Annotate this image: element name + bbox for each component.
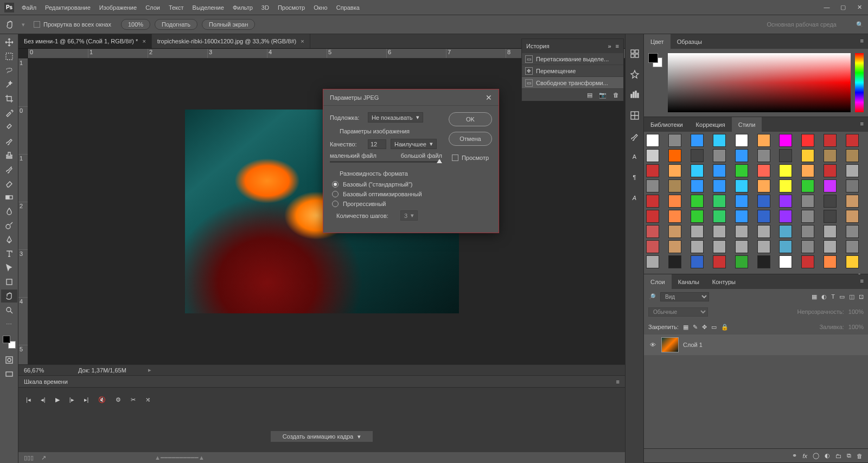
style-swatch[interactable] (668, 164, 681, 177)
style-swatch[interactable] (713, 179, 726, 192)
style-swatch[interactable] (779, 164, 792, 177)
style-swatch[interactable] (691, 210, 704, 223)
visibility-icon[interactable]: 👁 (648, 342, 657, 348)
opacity-value[interactable]: 100% (848, 308, 864, 315)
history-brush-tool[interactable] (1, 163, 17, 176)
style-swatch[interactable] (668, 134, 681, 147)
zoom-tool[interactable] (1, 304, 17, 317)
pen-tool[interactable] (1, 233, 17, 246)
style-swatch[interactable] (713, 225, 726, 238)
style-swatch[interactable] (779, 149, 792, 162)
style-swatch[interactable] (779, 240, 792, 253)
style-swatch[interactable] (824, 134, 837, 147)
style-swatch[interactable] (801, 134, 814, 147)
style-swatch[interactable] (801, 149, 814, 162)
filter-smart-icon[interactable]: ◫ (849, 293, 854, 300)
new-doc-icon[interactable]: ▤ (587, 92, 592, 99)
panel-menu-icon[interactable]: ≡ (856, 117, 868, 132)
style-swatch[interactable] (668, 225, 681, 238)
fit-button[interactable]: Подогнать (155, 19, 197, 30)
stamp-tool[interactable] (1, 149, 17, 162)
workspace-selector[interactable]: Основная рабочая среда (767, 21, 837, 28)
tab-libraries[interactable]: Библиотеки (644, 117, 690, 132)
history-item[interactable]: ✥Перемещение (522, 65, 623, 77)
style-swatch[interactable] (801, 195, 814, 208)
style-swatch[interactable] (668, 255, 681, 268)
style-swatch[interactable] (801, 225, 814, 238)
doc-tab-1[interactable]: Без имени-1 @ 66,7% (Слой 1, RGB/8#) *× (18, 34, 152, 48)
menu-text[interactable]: Текст (169, 4, 184, 11)
style-swatch[interactable] (824, 149, 837, 162)
path-select-tool[interactable] (1, 261, 17, 274)
style-swatch[interactable] (713, 240, 726, 253)
style-swatch[interactable] (824, 225, 837, 238)
close-tab-icon[interactable]: × (142, 38, 145, 44)
mask-icon[interactable]: ◯ (813, 452, 819, 459)
collapse-icon[interactable]: » (608, 43, 611, 49)
style-swatch[interactable] (646, 134, 659, 147)
style-swatch[interactable] (691, 134, 704, 147)
style-swatch[interactable] (646, 210, 659, 223)
style-swatch[interactable] (757, 195, 770, 208)
fill-value[interactable]: 100% (848, 324, 864, 330)
style-swatch[interactable] (735, 225, 748, 238)
style-swatch[interactable] (757, 164, 770, 177)
create-animation-button[interactable]: Создать анимацию кадра ▾ (270, 430, 373, 442)
gradient-tool[interactable] (1, 191, 17, 204)
layer-filter-select[interactable]: Вид (660, 292, 709, 301)
dialog-close-icon[interactable]: ✕ (486, 93, 492, 102)
menu-file[interactable]: Файл (22, 4, 36, 11)
tab-styles[interactable]: Стили (732, 117, 762, 132)
format-baseline-radio[interactable]: Базовый ("стандартный") (332, 181, 442, 188)
scroll-all-checkbox[interactable] (34, 21, 40, 28)
history-item[interactable]: ▭Перетаскивание выделе... (522, 53, 623, 65)
swatches-icon[interactable] (629, 110, 640, 121)
menu-help[interactable]: Справка (336, 4, 360, 11)
matte-select[interactable]: Не показывать▾ (368, 112, 423, 123)
lock-nest-icon[interactable]: ▭ (711, 324, 717, 331)
style-swatch[interactable] (846, 210, 859, 223)
style-swatch[interactable] (691, 164, 704, 177)
new-layer-icon[interactable]: ⧉ (847, 452, 851, 459)
lock-all-icon[interactable]: 🔒 (721, 324, 729, 331)
style-swatch[interactable] (646, 164, 659, 177)
style-swatch[interactable] (846, 225, 859, 238)
tab-color[interactable]: Цвет (644, 34, 671, 49)
filter-toggle-icon[interactable]: ⊡ (859, 293, 864, 300)
style-swatch[interactable] (691, 179, 704, 192)
style-swatch[interactable] (668, 240, 681, 253)
quality-slider[interactable] (330, 161, 442, 163)
menu-edit[interactable]: Редактирование (45, 4, 91, 11)
preview-checkbox[interactable] (452, 155, 458, 161)
style-swatch[interactable] (846, 240, 859, 253)
style-swatch[interactable] (691, 240, 704, 253)
fullscreen-button[interactable]: Полный экран (202, 19, 255, 30)
tl-settings-icon[interactable]: ⚙ (116, 396, 121, 403)
style-swatch[interactable] (668, 210, 681, 223)
link-layers-icon[interactable]: ⚭ (792, 452, 797, 459)
style-swatch[interactable] (735, 255, 748, 268)
tl-last-icon[interactable]: ▸| (84, 396, 89, 403)
panel-menu-icon[interactable]: ≡ (616, 43, 619, 49)
hand-tool[interactable] (1, 290, 17, 303)
menu-filter[interactable]: Фильтр (233, 4, 253, 11)
tab-adjustments[interactable]: Коррекция (690, 117, 732, 132)
menu-layers[interactable]: Слои (145, 4, 160, 11)
color-swatches[interactable] (3, 336, 16, 349)
blend-mode-select[interactable]: Обычные (648, 307, 708, 317)
filter-shape-icon[interactable]: ▭ (839, 293, 845, 300)
eyedropper-tool[interactable] (1, 106, 17, 119)
glyphs-icon[interactable]: A (629, 192, 640, 203)
adjustments-icon[interactable] (629, 69, 640, 80)
export-icon[interactable]: ↗ (41, 454, 46, 461)
style-swatch[interactable] (846, 255, 859, 268)
style-swatch[interactable] (757, 210, 770, 223)
menu-image[interactable]: Изображение (99, 4, 137, 11)
group-icon[interactable]: 🗀 (835, 453, 841, 459)
layer-name[interactable]: Слой 1 (683, 342, 703, 348)
style-swatch[interactable] (757, 134, 770, 147)
style-swatch[interactable] (779, 225, 792, 238)
format-progressive-radio[interactable]: Прогрессивный (332, 201, 442, 207)
style-swatch[interactable] (691, 225, 704, 238)
quality-input[interactable] (368, 139, 386, 149)
